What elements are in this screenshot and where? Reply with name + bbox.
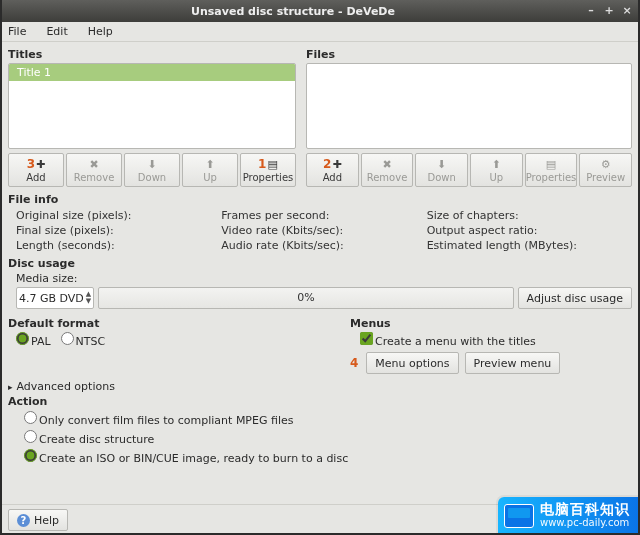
arrow-down-icon: ⬇ <box>437 159 446 170</box>
list-item[interactable]: Title 1 <box>9 64 295 81</box>
watermark-title: 电脑百科知识 <box>540 503 630 516</box>
titlebar: Unsaved disc structure - DeVeDe – + × <box>0 0 640 22</box>
radio-pal[interactable]: PAL <box>16 332 51 348</box>
menubar: File Edit Help <box>0 22 640 42</box>
info-fps: Frames per second: <box>221 208 426 223</box>
plus-icon: ✚ <box>36 159 45 170</box>
menus-label: Menus <box>350 317 632 330</box>
files-preview-button[interactable]: ⚙ Preview <box>579 153 632 187</box>
disc-usage-label: Disc usage <box>8 257 632 270</box>
files-down-button[interactable]: ⬇ Down <box>415 153 468 187</box>
info-final-size: Final size (pixels): <box>16 223 221 238</box>
monitor-icon <box>504 504 534 528</box>
default-format-label: Default format <box>8 317 348 330</box>
info-vrate: Video rate (Kbits/sec): <box>221 223 426 238</box>
remove-icon: ✖ <box>382 159 391 170</box>
arrow-up-icon: ⬆ <box>492 159 501 170</box>
watermark-url: www.pc-daily.com <box>540 516 630 529</box>
files-properties-button[interactable]: ▤ Properties <box>525 153 578 187</box>
titles-label: Titles <box>8 48 296 61</box>
files-remove-button[interactable]: ✖ Remove <box>361 153 414 187</box>
titles-down-button[interactable]: ⬇ Down <box>124 153 180 187</box>
menu-options-button[interactable]: Menu options <box>366 352 458 374</box>
properties-icon: ▤ <box>546 159 556 170</box>
files-label: Files <box>306 48 632 61</box>
disc-usage-progress: 0% <box>98 287 513 309</box>
titles-remove-button[interactable]: ✖ Remove <box>66 153 122 187</box>
help-icon: ? <box>17 514 30 527</box>
action-structure[interactable]: Create disc structure <box>24 430 154 446</box>
minimize-icon[interactable]: – <box>584 4 598 18</box>
check-create-menu[interactable]: Create a menu with the titles <box>360 332 536 348</box>
info-aspect: Output aspect ratio: <box>427 223 632 238</box>
files-list[interactable] <box>306 63 632 149</box>
arrow-up-icon: ⬆ <box>205 159 214 170</box>
plus-icon: ✚ <box>332 159 341 170</box>
menu-help[interactable]: Help <box>84 23 117 40</box>
info-original-size: Original size (pixels): <box>16 208 221 223</box>
titles-up-button[interactable]: ⬆ Up <box>182 153 238 187</box>
advanced-options-expander[interactable]: ▸ Advanced options <box>8 380 632 393</box>
media-size-label: Media size: <box>16 272 78 285</box>
window-title: Unsaved disc structure - DeVeDe <box>6 5 580 18</box>
adjust-disc-usage-button[interactable]: Adjust disc usage <box>518 287 632 309</box>
preview-menu-button[interactable]: Preview menu <box>465 352 561 374</box>
files-add-button[interactable]: 2✚ Add <box>306 153 359 187</box>
menu-file[interactable]: File <box>4 23 30 40</box>
media-size-select[interactable]: 4.7 GB DVD ▲▼ <box>16 287 94 309</box>
radio-ntsc[interactable]: NTSC <box>61 332 106 348</box>
properties-icon: ▤ <box>267 159 277 170</box>
help-button[interactable]: ? Help <box>8 509 68 531</box>
close-icon[interactable]: × <box>620 4 634 18</box>
info-length: Length (seconds): <box>16 238 221 253</box>
remove-icon: ✖ <box>89 159 98 170</box>
action-convert[interactable]: Only convert film files to compliant MPE… <box>24 411 293 427</box>
files-up-button[interactable]: ⬆ Up <box>470 153 523 187</box>
file-info-label: File info <box>8 193 632 206</box>
arrow-down-icon: ⬇ <box>147 159 156 170</box>
action-iso[interactable]: Create an ISO or BIN/CUE image, ready to… <box>24 449 348 465</box>
watermark: 电脑百科知识 www.pc-daily.com <box>498 497 640 535</box>
info-est: Estimated length (MBytes): <box>427 238 632 253</box>
action-label: Action <box>8 395 632 408</box>
titles-list[interactable]: Title 1 <box>8 63 296 149</box>
info-arate: Audio rate (Kbits/sec): <box>221 238 426 253</box>
titles-properties-button[interactable]: 1▤ Properties <box>240 153 296 187</box>
menu-edit[interactable]: Edit <box>42 23 71 40</box>
menus-step-number: 4 <box>350 356 358 370</box>
gear-icon: ⚙ <box>601 159 611 170</box>
expander-icon: ▸ <box>8 382 13 392</box>
maximize-icon[interactable]: + <box>602 4 616 18</box>
titles-add-button[interactable]: 3✚ Add <box>8 153 64 187</box>
info-chapters: Size of chapters: <box>427 208 632 223</box>
spin-down-icon[interactable]: ▼ <box>86 298 91 305</box>
